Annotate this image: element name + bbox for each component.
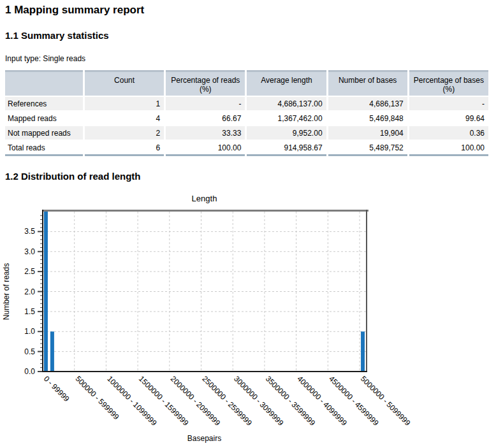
y-tick-label: 0.0 (24, 367, 35, 376)
cell-value: 5,469,848 (328, 112, 407, 125)
y-tick-label: 3.0 (24, 247, 35, 256)
table-row-references: References 1 - 4,686,137.00 4,686,137 - (5, 97, 488, 110)
x-axis-label: Basepairs (187, 434, 221, 443)
input-type-text: Input type: Single reads (5, 54, 496, 63)
header-cell-num-bases: Number of bases (328, 70, 407, 96)
cell-value: 19,904 (328, 126, 407, 140)
cell-value: - (409, 97, 488, 110)
read-length-distribution-chart: 0.00.51.01.52.02.53.03.5LengthNumber of … (0, 192, 496, 448)
header-cell-avg-length: Average length (247, 70, 326, 96)
y-tick-label: 3.5 (24, 227, 35, 236)
header-cell-count: Count (85, 70, 164, 96)
plot-top-border (42, 210, 368, 212)
x-tick-label: 0 - 99999 (42, 374, 71, 403)
cell-value: 6 (85, 141, 164, 156)
y-tick-label: 1.0 (24, 327, 35, 336)
cell-value: 2 (85, 126, 164, 140)
y-tick-label: 2.0 (24, 287, 35, 296)
cell-value: 5,489,752 (328, 141, 407, 156)
y-axis-label: Number of reads (2, 263, 11, 320)
mapping-summary-report-page: { "page": { "title": "1 Mapping summary … (0, 0, 496, 448)
summary-statistics-table: Count Percentage of reads (%) Average le… (3, 69, 490, 157)
page-title: 1 Mapping summary report (5, 4, 496, 17)
chart-bar (44, 212, 48, 372)
table-row-mapped-reads: Mapped reads 4 66.67 1,367,462.00 5,469,… (5, 112, 488, 125)
section-1-1-heading: 1.1 Summary statistics (5, 30, 496, 41)
cell-value: 99.64 (409, 112, 488, 125)
cell-value: 1,367,462.00 (247, 112, 326, 125)
table-row-total-reads: Total reads 6 100.00 914,958.67 5,489,75… (5, 141, 488, 156)
header-cell-pct-reads: Percentage of reads (%) (166, 70, 245, 96)
y-tick-label: 0.5 (24, 347, 35, 356)
cell-value: 100.00 (409, 141, 488, 156)
section-1-2-heading: 1.2 Distribution of read length (5, 171, 496, 182)
read-length-chart-svg: 0.00.51.01.52.02.53.03.5LengthNumber of … (0, 192, 496, 448)
cell-value: 33.33 (166, 126, 245, 140)
row-label: Not mapped reads (5, 126, 83, 140)
cell-value: 914,958.67 (247, 141, 326, 156)
plot-right-border (366, 210, 367, 372)
cell-value: 0.36 (409, 126, 488, 140)
y-tick-label: 2.5 (24, 267, 35, 276)
chart-bar (50, 331, 54, 372)
chart-bar (361, 331, 365, 372)
row-label: Total reads (5, 141, 83, 156)
table-row-not-mapped-reads: Not mapped reads 2 33.33 9,952.00 19,904… (5, 126, 488, 140)
cell-value: 4,686,137 (328, 97, 407, 110)
cell-value: - (166, 97, 245, 110)
cell-value: 100.00 (166, 141, 245, 156)
cell-value: 4 (85, 112, 164, 125)
cell-value: 4,686,137.00 (247, 97, 326, 110)
chart-title: Length (192, 194, 217, 203)
y-tick-label: 1.5 (24, 307, 35, 316)
header-cell-blank (5, 70, 83, 96)
cell-value: 9,952.00 (247, 126, 326, 140)
row-label: References (5, 97, 83, 110)
row-label: Mapped reads (5, 112, 83, 125)
header-cell-pct-bases: Percentage of bases (%) (409, 70, 488, 96)
cell-value: 1 (85, 97, 164, 110)
table-header-row: Count Percentage of reads (%) Average le… (5, 70, 488, 96)
cell-value: 66.67 (166, 112, 245, 125)
